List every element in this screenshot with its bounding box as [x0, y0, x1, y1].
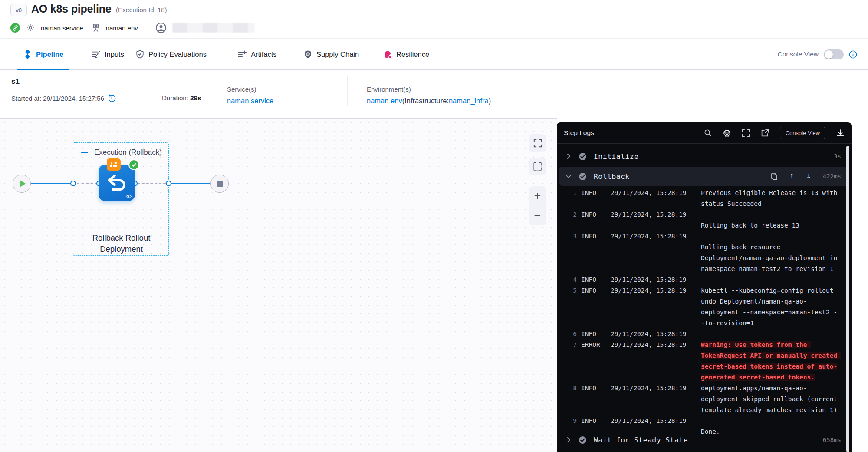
step-name: Rollback	[594, 172, 630, 181]
service-link[interactable]: naman service	[227, 97, 273, 105]
history-icon[interactable]	[108, 94, 116, 102]
console-view-toggle[interactable]	[824, 49, 844, 59]
zoom-out-button[interactable]: −	[529, 206, 546, 225]
infrastructure-link[interactable]: naman_infra	[449, 97, 489, 105]
infrastructure-prefix: (Infrastructure:	[402, 97, 449, 105]
log-fullscreen-icon[interactable]	[742, 129, 750, 137]
code-glyph: </>	[126, 194, 132, 199]
policy-shield-icon	[136, 50, 144, 59]
canvas-select-button[interactable]	[529, 158, 546, 175]
step-logs-panel: Step Logs	[557, 122, 852, 452]
log-settings-gear-icon[interactable]	[723, 129, 731, 137]
pipeline-canvas[interactable]: Execution (Rollback) Rollback Rollout De…	[0, 118, 557, 452]
header-divider	[147, 22, 147, 33]
artifacts-icon	[238, 50, 247, 58]
header-meta-row: naman service naman env	[10, 22, 255, 34]
rollback-arrow-icon	[105, 172, 128, 194]
log-line: 8INFO29/11/2024, 15:28:19deployment.apps…	[557, 383, 843, 416]
chevron-down-icon[interactable]	[566, 175, 572, 178]
play-icon	[20, 180, 26, 187]
step-row-rollback[interactable]: Rollback ↑ ↓ 422ms	[559, 167, 849, 186]
stage-environments: Environment(s) naman env(Infrastructure:…	[367, 86, 491, 105]
tab-artifacts-label: Artifacts	[251, 50, 277, 59]
stage-info-bar: s1 Started at: 29/11/2024, 15:27:56 Dura…	[0, 70, 868, 118]
execution-group-label: Execution (Rollback)	[94, 148, 162, 157]
step-duration: 658ms	[823, 436, 841, 443]
tab-resilience[interactable]: Resilience	[384, 39, 429, 70]
infrastructure-suffix: )	[489, 97, 491, 105]
edge-start-to-group	[31, 183, 73, 184]
copy-logs-icon[interactable]	[771, 173, 778, 180]
chevron-right-icon[interactable]	[566, 153, 572, 159]
download-logs-icon[interactable]	[836, 129, 845, 137]
started-at-label: Started at: 29/11/2024, 15:27:56	[11, 95, 104, 102]
page-title: AO k8s pipeline	[31, 3, 112, 15]
header-service-name[interactable]: naman service	[41, 24, 83, 32]
step-duration: 3s	[834, 153, 841, 160]
zoom-in-button[interactable]: +	[529, 186, 546, 206]
tab-policy-evaluations[interactable]: Policy Evaluations	[136, 39, 207, 70]
step-success-icon	[579, 172, 587, 181]
edge-group-to-end	[171, 183, 211, 184]
step-logs-title: Step Logs	[564, 129, 594, 137]
canvas-zoom-controls: + −	[529, 186, 546, 225]
port-dot	[166, 181, 171, 186]
log-line: 5INFO29/11/2024, 15:28:19kubectl --kubec…	[557, 285, 843, 329]
tab-supply-chain[interactable]: Supply Chain	[304, 39, 359, 70]
open-in-new-icon[interactable]	[761, 129, 769, 137]
stop-icon	[217, 181, 223, 187]
info-icon[interactable]	[849, 50, 857, 59]
tab-pipeline[interactable]: Pipeline	[23, 39, 63, 70]
step-duration: 422ms	[823, 173, 841, 180]
tab-bar: Pipeline Inputs Policy Evaluations	[0, 38, 868, 70]
log-scrollbar[interactable]	[846, 146, 849, 452]
environment-link[interactable]: naman env	[367, 97, 402, 105]
canvas-fullscreen-button[interactable]	[529, 134, 546, 152]
step-node-label: Rollback Rollout Deployment	[73, 232, 169, 254]
log-line: 7ERROR29/11/2024, 15:28:19Warning: Use t…	[557, 340, 843, 383]
service-gear-icon	[26, 23, 35, 32]
step-name: Initialize	[594, 152, 638, 161]
pipeline-end-node[interactable]	[210, 175, 229, 193]
step-row-initialize[interactable]: Initialize 3s	[559, 147, 849, 166]
stage-duration: Duration: 29s	[162, 94, 201, 102]
supply-chain-shield-icon	[304, 50, 312, 59]
environment-icon	[92, 23, 100, 32]
environments-label: Environment(s)	[367, 86, 491, 93]
tab-inputs[interactable]: Inputs	[92, 39, 124, 70]
header-environment-name[interactable]: naman env	[106, 24, 138, 32]
chevron-right-icon[interactable]	[566, 437, 572, 443]
rollback-step-node[interactable]: </>	[99, 165, 135, 201]
log-console-view-button[interactable]: Console View	[780, 127, 825, 139]
pipeline-start-node[interactable]	[13, 175, 31, 193]
marquee-icon	[533, 162, 542, 171]
log-line: 2INFO29/11/2024, 15:28:19 Rolling back t…	[557, 209, 843, 231]
user-avatar-icon	[156, 23, 166, 33]
console-view-label: Console View	[778, 50, 819, 58]
pipeline-icon	[23, 50, 32, 59]
collapse-group-icon[interactable]	[81, 152, 88, 153]
stage-started-at: Started at: 29/11/2024, 15:27:56	[11, 94, 116, 102]
version-badge: v0	[10, 4, 27, 16]
duration-label: Duration:	[162, 94, 188, 102]
port-dot	[70, 181, 76, 186]
step-row-wait-for-steady-state[interactable]: Wait for Steady State 658ms	[559, 430, 849, 449]
page-header: v0 AO k8s pipeline (Execution Id: 18) na…	[0, 0, 868, 38]
stagebar-divider	[147, 76, 147, 106]
tab-supply-chain-label: Supply Chain	[316, 50, 359, 59]
scroll-up-icon[interactable]: ↑	[789, 172, 795, 180]
scroll-down-icon[interactable]: ↓	[806, 172, 812, 180]
log-line: 6INFO29/11/2024, 15:28:19	[557, 329, 843, 340]
step-success-icon	[579, 152, 587, 161]
services-label: Service(s)	[227, 86, 273, 93]
log-search-icon[interactable]	[704, 129, 712, 137]
log-line: 3INFO29/11/2024, 15:28:19 Rolling back r…	[557, 231, 843, 274]
step-success-icon	[579, 436, 587, 444]
inputs-icon	[92, 50, 100, 58]
tab-artifacts[interactable]: Artifacts	[238, 39, 277, 70]
success-check-badge	[128, 159, 139, 170]
link-status-icon	[10, 23, 20, 33]
tab-pipeline-label: Pipeline	[36, 50, 63, 59]
log-lines[interactable]: 1INFO29/11/2024, 15:28:19Previous eligib…	[557, 188, 843, 437]
step-logs-header: Step Logs	[557, 122, 852, 144]
